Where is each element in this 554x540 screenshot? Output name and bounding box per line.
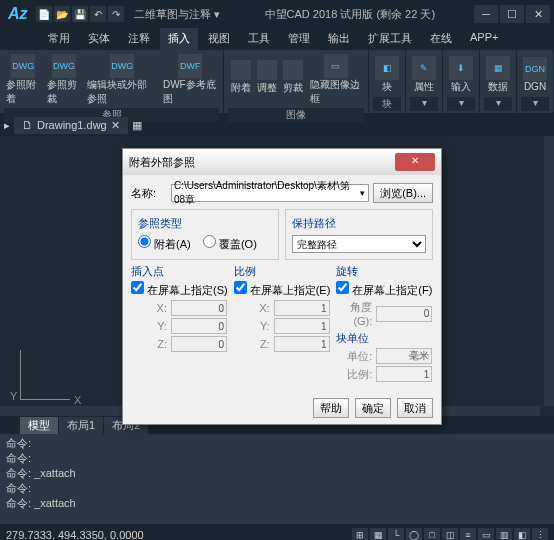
panel-image: 附着 调整 剪裁 ▭隐藏图像边框 图像 xyxy=(224,50,369,113)
name-label: 名称: xyxy=(131,186,167,201)
radio-attach[interactable]: 附着(A) xyxy=(138,238,191,250)
ribbon-tabs: 常用 实体 注释 插入 视图 工具 管理 输出 扩展工具 在线 APP+ xyxy=(0,28,554,50)
workspace-selector[interactable]: 二维草图与注释 ▾ xyxy=(128,7,226,22)
quick-access-toolbar: 📄 📂 💾 ↶ ↷ xyxy=(36,6,124,22)
coordinates: 279.7333, 494.3350, 0.0000 xyxy=(6,529,144,540)
attach-xref-dialog: 附着外部参照 ✕ 名称: C:\Users\Administrator\Desk… xyxy=(122,148,442,425)
otrack-toggle-icon[interactable]: ◫ xyxy=(442,528,458,540)
attr-button[interactable]: ✎属性 xyxy=(410,54,438,96)
panel-block: ◧块 块 xyxy=(369,50,406,113)
model-toggle-icon[interactable]: ▥ xyxy=(496,528,512,540)
pathtype-select[interactable]: 完整路径 xyxy=(292,235,426,253)
block-button[interactable]: ◧块 xyxy=(373,54,401,96)
dgn-button[interactable]: DGNDGN xyxy=(521,55,549,94)
app-logo: Az xyxy=(4,5,32,23)
blockunit-ratio xyxy=(376,366,432,382)
maximize-button[interactable]: ☐ xyxy=(500,5,524,23)
command-window[interactable]: 命令: 命令: 命令: _xattach 命令: 命令: _xattach xyxy=(0,434,554,524)
tab-output[interactable]: 输出 xyxy=(320,28,358,50)
clip-xref-button[interactable]: DWG参照剪裁 xyxy=(45,52,84,108)
path-combo[interactable]: C:\Users\Administrator\Desktop\素材\第08章 xyxy=(171,184,369,202)
insert-y[interactable] xyxy=(171,318,227,334)
qat-undo-icon[interactable]: ↶ xyxy=(90,6,106,22)
doc-marker: ▸ xyxy=(4,119,10,132)
rotate-onscreen-check[interactable]: 在屏幕上指定(F) xyxy=(336,284,432,296)
data-button[interactable]: ▦数据 xyxy=(484,54,512,96)
tab-insert[interactable]: 插入 xyxy=(160,28,198,50)
tab-annotate[interactable]: 注释 xyxy=(120,28,158,50)
panel-reference: DWG参照附着 DWG参照剪裁 DWG编辑块或外部参照 DWFDWF参考底图 参… xyxy=(0,50,224,113)
qat-open-icon[interactable]: 📂 xyxy=(54,6,70,22)
ribbon-body: DWG参照附着 DWG参照剪裁 DWG编辑块或外部参照 DWFDWF参考底图 参… xyxy=(0,50,554,114)
scale-y[interactable] xyxy=(274,318,330,334)
pathtype-group: 保持路径 完整路径 xyxy=(285,209,433,260)
minimize-button[interactable]: ─ xyxy=(474,5,498,23)
help-button[interactable]: 帮助 xyxy=(313,398,349,418)
tab-online[interactable]: 在线 xyxy=(422,28,460,50)
import-button[interactable]: ⬇输入 xyxy=(447,54,475,96)
misc-toggle-icon[interactable]: ⋮ xyxy=(532,528,548,540)
edit-xref-button[interactable]: DWG编辑块或外部参照 xyxy=(85,52,158,108)
scale-onscreen-check[interactable]: 在屏幕上指定(E) xyxy=(234,284,331,296)
scale-z[interactable] xyxy=(274,336,330,352)
status-bar: 279.7333, 494.3350, 0.0000 ⊞ ▦ └ ◯ □ ◫ ≡… xyxy=(0,524,554,540)
attach-xref-button[interactable]: DWG参照附着 xyxy=(4,52,43,108)
blockunit-unit xyxy=(376,348,432,364)
qat-redo-icon[interactable]: ↷ xyxy=(108,6,124,22)
tab-solid[interactable]: 实体 xyxy=(80,28,118,50)
hide-frame-button[interactable]: ▭隐藏图像边框 xyxy=(308,52,364,108)
status-toggles: ⊞ ▦ └ ◯ □ ◫ ≡ ▭ ▥ ◧ ⋮ xyxy=(352,528,548,540)
grid-toggle-icon[interactable]: ⊞ xyxy=(352,528,368,540)
panel-label-block: 块 xyxy=(373,97,401,111)
scrollbar-vertical[interactable] xyxy=(544,136,554,406)
image-clip-button[interactable]: 剪裁 xyxy=(281,60,305,100)
panel-import: ⬇输入 ▾ xyxy=(443,50,480,113)
osnap-toggle-icon[interactable]: □ xyxy=(424,528,440,540)
app-title: 中望CAD 2018 试用版 (剩余 22 天) xyxy=(230,7,470,22)
dialog-titlebar[interactable]: 附着外部参照 ✕ xyxy=(123,149,441,175)
tab-tools[interactable]: 工具 xyxy=(240,28,278,50)
panel-label-img: 图像 xyxy=(228,108,364,122)
panel-dgn: DGNDGN ▾ xyxy=(517,50,554,113)
ok-button[interactable]: 确定 xyxy=(355,398,391,418)
cycle-toggle-icon[interactable]: ◧ xyxy=(514,528,530,540)
scale-x[interactable] xyxy=(274,300,330,316)
doc-close-icon[interactable]: ✕ xyxy=(111,119,120,132)
reftype-group: 参照类型 附着(A) 覆盖(O) xyxy=(131,209,279,260)
image-adjust-button[interactable]: 调整 xyxy=(255,60,279,100)
panel-attr: ✎属性 ▾ xyxy=(406,50,443,113)
ortho-toggle-icon[interactable]: └ xyxy=(388,528,404,540)
panel-data: ▦数据 ▾ xyxy=(480,50,517,113)
tab-manage[interactable]: 管理 xyxy=(280,28,318,50)
close-button[interactable]: ✕ xyxy=(526,5,550,23)
tab-model[interactable]: 模型 xyxy=(20,417,59,434)
qat-save-icon[interactable]: 💾 xyxy=(72,6,88,22)
insert-z[interactable] xyxy=(171,336,227,352)
browse-button[interactable]: 浏览(B)... xyxy=(373,183,433,203)
dialog-title: 附着外部参照 xyxy=(129,155,395,170)
title-bar: Az 📄 📂 💾 ↶ ↷ 二维草图与注释 ▾ 中望CAD 2018 试用版 (剩… xyxy=(0,0,554,28)
rotate-angle[interactable] xyxy=(376,306,432,322)
lwt-toggle-icon[interactable]: ≡ xyxy=(460,528,476,540)
image-attach-button[interactable]: 附着 xyxy=(228,60,252,100)
insert-onscreen-check[interactable]: 在屏幕上指定(S) xyxy=(131,284,228,296)
dwf-underlay-button[interactable]: DWFDWF参考底图 xyxy=(161,52,220,108)
tab-app[interactable]: APP+ xyxy=(462,28,506,50)
tab-view[interactable]: 视图 xyxy=(200,28,238,50)
doc-icon: 🗋 xyxy=(22,119,33,131)
tab-home[interactable]: 常用 xyxy=(40,28,78,50)
doc-name: Drawing1.dwg xyxy=(37,119,107,131)
doc-tab[interactable]: 🗋 Drawing1.dwg ✕ xyxy=(14,117,128,134)
dyn-toggle-icon[interactable]: ▭ xyxy=(478,528,494,540)
window-buttons: ─ ☐ ✕ xyxy=(474,5,550,23)
snap-toggle-icon[interactable]: ▦ xyxy=(370,528,386,540)
cancel-button[interactable]: 取消 xyxy=(397,398,433,418)
insert-x[interactable] xyxy=(171,300,227,316)
tab-layout1[interactable]: 布局1 xyxy=(59,417,104,434)
dialog-close-button[interactable]: ✕ xyxy=(395,153,435,171)
new-tab-button[interactable]: ▦ xyxy=(132,119,142,132)
polar-toggle-icon[interactable]: ◯ xyxy=(406,528,422,540)
qat-new-icon[interactable]: 📄 xyxy=(36,6,52,22)
radio-overlay[interactable]: 覆盖(O) xyxy=(203,238,257,250)
tab-ext[interactable]: 扩展工具 xyxy=(360,28,420,50)
